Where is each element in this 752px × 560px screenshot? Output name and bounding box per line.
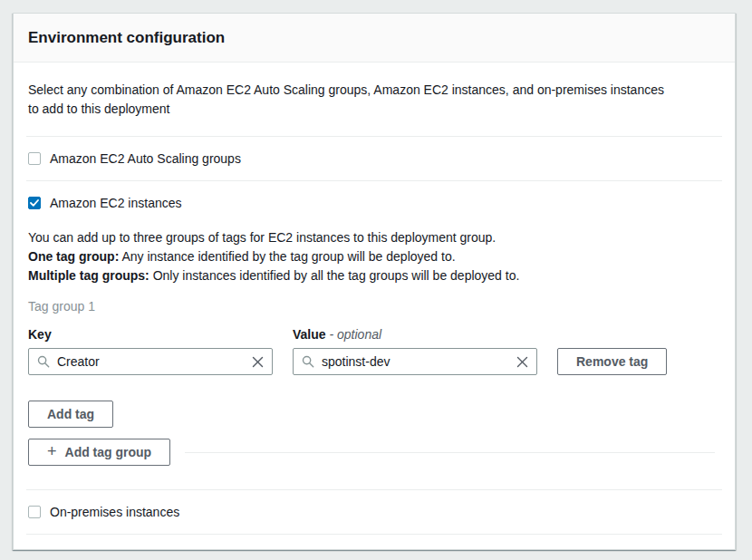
help-line-3: Multiple tag groups: Only instances iden… (28, 266, 720, 285)
clear-value-button[interactable] (516, 356, 528, 368)
auto-scaling-groups-label: Amazon EC2 Auto Scaling groups (50, 151, 241, 166)
tag-groups-section: You can add up to three groups of tags f… (14, 225, 735, 489)
key-input-container (28, 348, 273, 375)
environment-configuration-panel: Environment configuration Select any com… (13, 13, 736, 550)
value-label-text: Value (293, 327, 329, 342)
value-label: Value - optional (293, 327, 381, 342)
checkmark-icon (30, 199, 39, 207)
plus-icon: + (47, 443, 57, 459)
tag-group-title: Tag group 1 (28, 299, 720, 314)
on-premises-checkbox[interactable] (28, 506, 41, 518)
add-tag-button[interactable]: Add tag (28, 401, 113, 428)
search-icon (302, 355, 314, 368)
help-line-2: One tag group: Any instance identified b… (28, 247, 720, 266)
close-icon (516, 356, 528, 368)
checkbox-row-on-premises[interactable]: On-premises instances (14, 490, 735, 534)
ec2-instances-label: Amazon EC2 instances (50, 196, 182, 210)
tag-groups-help-text: You can add up to three groups of tags f… (28, 228, 720, 285)
on-premises-label: On-premises instances (50, 505, 179, 519)
checkbox-row-ec2-instances[interactable]: Amazon EC2 instances (14, 181, 735, 225)
help-line-3-text: Only instances identified by all the tag… (149, 268, 520, 283)
tag-inputs-row: Remove tag (28, 348, 720, 375)
add-tag-group-button[interactable]: +Add tag group (28, 439, 170, 466)
help-line-3-term: Multiple tag groups: (28, 268, 149, 283)
field-labels-row: Key Value - optional (28, 327, 720, 342)
close-icon (252, 356, 264, 368)
help-line-2-text: Any instance identified by the tag group… (119, 249, 455, 264)
remove-tag-button[interactable]: Remove tag (557, 348, 667, 375)
page: Environment configuration Select any com… (0, 0, 752, 550)
key-input[interactable] (57, 354, 252, 369)
help-line-1: You can add up to three groups of tags f… (28, 228, 720, 247)
clear-key-button[interactable] (252, 356, 264, 368)
divider (26, 534, 722, 535)
checkbox-row-auto-scaling-groups[interactable]: Amazon EC2 Auto Scaling groups (14, 137, 735, 180)
ec2-instances-checkbox[interactable] (28, 197, 41, 209)
auto-scaling-groups-checkbox[interactable] (28, 152, 41, 165)
divider (185, 452, 715, 453)
intro-text: Select any combination of Amazon EC2 Aut… (14, 64, 684, 136)
panel-title: Environment configuration (28, 29, 717, 47)
value-input-container (293, 348, 537, 375)
add-tag-group-label: Add tag group (65, 445, 152, 459)
panel-header: Environment configuration (14, 14, 735, 63)
search-icon (37, 355, 50, 368)
value-input[interactable] (322, 354, 516, 369)
help-line-2-term: One tag group: (28, 249, 119, 264)
panel-body: Select any combination of Amazon EC2 Aut… (14, 63, 735, 549)
key-label: Key (28, 327, 293, 342)
add-tag-group-row: +Add tag group (28, 439, 720, 489)
value-optional-text: - optional (329, 327, 381, 342)
